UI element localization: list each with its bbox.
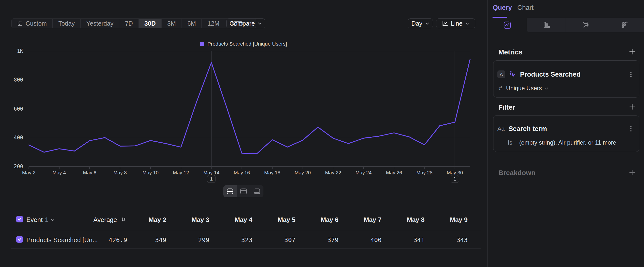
- range-6m[interactable]: 6M: [182, 19, 202, 28]
- date-column-value: 341: [382, 236, 424, 243]
- range-label: Today: [58, 20, 75, 27]
- chart-type-label: Line: [451, 20, 462, 27]
- view-split-button[interactable]: [223, 185, 237, 197]
- x-axis-tick: [89, 166, 90, 169]
- y-axis-label: 600: [6, 106, 23, 112]
- calendar-icon: [17, 21, 23, 26]
- add-filter-button[interactable]: [628, 103, 636, 111]
- string-type-icon: Aa: [498, 125, 504, 132]
- date-column-header[interactable]: May 2: [123, 216, 166, 224]
- table-view-icon: [253, 188, 260, 195]
- x-axis-label: May 16: [234, 170, 250, 176]
- event-header-label: Event: [26, 216, 43, 224]
- date-column-value: 323: [209, 236, 252, 243]
- date-column-header[interactable]: May 8: [382, 216, 424, 224]
- x-axis-label: May 22: [325, 170, 341, 176]
- compare-button[interactable]: Compare: [226, 19, 265, 28]
- date-column-value: 400: [338, 236, 382, 243]
- y-axis-label: 1K: [6, 48, 23, 54]
- line-chart-icon: [442, 20, 448, 27]
- query-type-tabs: [488, 18, 644, 32]
- filter-value[interactable]: (empty string), Air purifier, or 11 more: [519, 139, 616, 146]
- insights-chart-icon: [503, 21, 512, 30]
- tab-insights[interactable]: [488, 18, 527, 32]
- tab-funnels[interactable]: [527, 18, 566, 32]
- chart-type-button[interactable]: Line: [436, 19, 475, 28]
- granularity-button[interactable]: Day: [408, 19, 433, 28]
- split-view-icon: [226, 188, 234, 195]
- aggregation-selector[interactable]: Unique Users: [506, 85, 548, 92]
- filter-card[interactable]: Aa Search term Is (empty string), Air pu…: [493, 115, 639, 152]
- tab-retention[interactable]: [605, 18, 644, 32]
- compare-label: Compare: [230, 20, 255, 27]
- line-chart[interactable]: 1K800600400200May 2May 4May 6May 8May 10…: [29, 51, 470, 166]
- table-bottom-border: [11, 248, 481, 248]
- range-today[interactable]: Today: [53, 19, 81, 28]
- x-axis-tick: [424, 166, 424, 169]
- tab-query[interactable]: Query: [493, 4, 512, 12]
- tab-flows[interactable]: [566, 18, 605, 32]
- x-axis-label: May 6: [83, 170, 96, 176]
- row-checkbox[interactable]: [16, 236, 23, 243]
- cursor-click-icon: [509, 71, 516, 78]
- legend-label: Products Searched [Unique Users]: [207, 41, 287, 47]
- range-yesterday[interactable]: Yesterday: [81, 19, 119, 28]
- add-metric-button[interactable]: [628, 48, 636, 56]
- range-label: Yesterday: [86, 20, 114, 27]
- event-header[interactable]: Event 1: [26, 216, 55, 224]
- range-12m[interactable]: 12M: [202, 19, 225, 28]
- date-range-group: CustomTodayYesterday7D30D3M6M12MXTD: [11, 19, 256, 28]
- flow-icon: [581, 21, 590, 29]
- date-column-header[interactable]: May 4: [209, 216, 252, 224]
- x-axis-tick: [181, 166, 181, 169]
- view-chart-button[interactable]: [237, 185, 250, 197]
- table-date-headers: May 2May 3May 4May 5May 6May 7May 8May 9: [123, 216, 468, 224]
- filter-property-name[interactable]: Search term: [508, 125, 547, 133]
- annotation-badge[interactable]: 1: [451, 175, 459, 183]
- x-axis-label: May 10: [142, 170, 159, 176]
- date-column-header[interactable]: May 7: [338, 216, 382, 224]
- metrics-header: Metrics: [498, 48, 522, 56]
- gridline: [29, 109, 470, 109]
- breakdown-header: Breakdown: [498, 169, 536, 177]
- x-axis-label: May 8: [114, 170, 127, 176]
- row-average-value: 426.9: [59, 236, 127, 243]
- average-header[interactable]: Average: [59, 216, 127, 224]
- kebab-menu-icon[interactable]: [628, 125, 634, 133]
- dots-grid-icon: [620, 21, 629, 29]
- date-column-header[interactable]: May 3: [166, 216, 209, 224]
- chevron-down-icon: [465, 21, 470, 26]
- aggregation-label: Unique Users: [506, 85, 542, 92]
- range-30d[interactable]: 30D: [139, 19, 162, 28]
- x-axis-tick: [120, 166, 120, 169]
- select-all-checkbox[interactable]: [16, 216, 23, 222]
- table-date-values: 349299323307379400341343: [123, 236, 468, 243]
- metric-card[interactable]: A Products Searched # Unique Users: [493, 60, 639, 98]
- x-axis-tick: [59, 166, 60, 169]
- date-column-header[interactable]: May 9: [424, 216, 468, 224]
- gridline: [29, 51, 470, 51]
- metric-name[interactable]: Products Searched: [520, 71, 580, 78]
- kebab-menu-icon[interactable]: [628, 71, 634, 78]
- x-axis-label: May 30: [447, 170, 463, 176]
- x-axis-label: May 24: [356, 170, 372, 176]
- range-3m[interactable]: 3M: [162, 19, 182, 28]
- range-7d[interactable]: 7D: [119, 19, 139, 28]
- date-column-header[interactable]: May 6: [296, 216, 338, 224]
- x-axis-label: May 4: [52, 170, 66, 176]
- x-axis-tick: [454, 166, 455, 169]
- tab-chart[interactable]: Chart: [517, 4, 534, 12]
- analytics-app: CustomTodayYesterday7D30D3M6M12MXTD Comp…: [0, 0, 644, 267]
- range-custom[interactable]: Custom: [12, 19, 53, 28]
- date-column-header[interactable]: May 5: [252, 216, 296, 224]
- add-breakdown-button[interactable]: [628, 168, 636, 176]
- x-axis-label: May 2: [22, 170, 36, 176]
- x-axis-tick: [28, 166, 29, 169]
- annotation-badge[interactable]: 1: [207, 175, 216, 183]
- view-table-button[interactable]: [250, 185, 264, 197]
- x-axis-label: May 18: [264, 170, 280, 176]
- filter-operator[interactable]: Is: [508, 139, 512, 146]
- date-column-value: 307: [252, 236, 296, 243]
- x-axis-tick: [302, 166, 303, 169]
- date-column-value: 349: [123, 236, 166, 243]
